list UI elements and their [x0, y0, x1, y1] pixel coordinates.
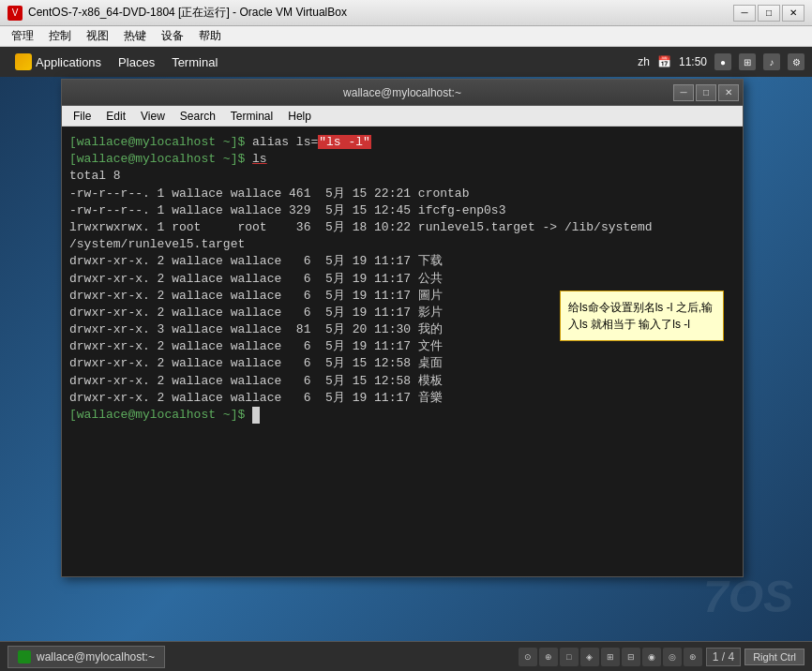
applications-icon [15, 53, 32, 70]
applications-menu[interactable]: Applications [8, 52, 109, 72]
window-controls: ─ □ ✕ [733, 5, 804, 22]
desktop: 7OS wallace@mylocalhost:~ ─ □ ✕ File Edi… [0, 77, 812, 641]
vbox-menu-hotkey[interactable]: 热键 [116, 26, 154, 46]
calendar-icon: 📅 [657, 55, 671, 68]
language-indicator[interactable]: zh [638, 55, 650, 68]
applications-label: Applications [36, 55, 101, 69]
term-line-6: lrwxrwxrwx. 1 root root 36 5月 18 10:22 r… [69, 219, 735, 236]
terminal-window: wallace@mylocalhost:~ ─ □ ✕ File Edit Vi… [61, 79, 744, 577]
vbox-menu-view[interactable]: 视图 [79, 26, 116, 46]
network-icon: ⊞ [739, 53, 756, 70]
term-line-1: [wallace@mylocalhost ~]$ alias ls="ls -l… [69, 134, 735, 151]
terminal-menu-edit[interactable]: Edit [98, 108, 133, 125]
taskbar-terminal-item[interactable]: wallace@mylocalhost:~ [8, 646, 165, 668]
term-line-8: drwxr-xr-x. 2 wallace wallace 6 5月 19 11… [69, 253, 735, 270]
terminal-menu: File Edit View Search Terminal Help [62, 106, 743, 127]
vbox-menu-control[interactable]: 控制 [41, 26, 79, 46]
term-line-2: [wallace@mylocalhost ~]$ ls [69, 151, 735, 168]
vbox-titlebar: V CentOS-7-x86_64-DVD-1804 [正在运行] - Orac… [0, 0, 812, 26]
annotation-text: 给ls命令设置别名ls -l 之后,输入ls 就相当于 输入了ls -l [568, 301, 713, 331]
taskbar-terminal-icon [18, 650, 31, 664]
terminal-label: Terminal [172, 55, 218, 69]
term-line-16: drwxr-xr-x. 2 wallace wallace 6 5月 19 11… [69, 390, 735, 407]
terminal-content[interactable]: [wallace@mylocalhost ~]$ alias ls="ls -l… [62, 127, 743, 576]
taskbar-terminal-label: wallace@mylocalhost:~ [37, 650, 155, 664]
terminal-controls: ─ □ ✕ [673, 84, 739, 101]
vbox-icon: V [8, 6, 23, 21]
vbox-menubar: 管理 控制 视图 热键 设备 帮助 [0, 26, 812, 47]
systray-icon-2: ⊕ [539, 648, 558, 666]
systray-icon-1: ⊙ [519, 648, 537, 666]
systray-icon-3: □ [560, 648, 579, 666]
systray-icon-5: ⊞ [601, 648, 620, 666]
taskbar: wallace@mylocalhost:~ ⊙ ⊕ □ ◈ ⊞ ⊟ ◉ ◎ ⊛ … [0, 641, 812, 671]
annotation-bubble: 给ls命令设置别名ls -l 之后,输入ls 就相当于 输入了ls -l [560, 291, 724, 341]
terminal-minimize[interactable]: ─ [673, 84, 694, 101]
terminal-menu-search[interactable]: Search [173, 108, 223, 125]
volume-icon: ♪ [763, 53, 780, 70]
term-line-15: drwxr-xr-x. 2 wallace wallace 6 5月 15 12… [69, 373, 735, 390]
terminal-close[interactable]: ✕ [718, 84, 739, 101]
systray-icon-9: ⊛ [684, 648, 702, 666]
term-line-9: drwxr-xr-x. 2 wallace wallace 6 5月 19 11… [69, 271, 735, 288]
terminal-menu-file[interactable]: File [66, 108, 98, 125]
taskbar-right: ⊙ ⊕ □ ◈ ⊞ ⊟ ◉ ◎ ⊛ 1 / 4 Right Ctrl [519, 648, 804, 666]
systray-icon-8: ◎ [663, 648, 682, 666]
places-menu[interactable]: Places [111, 53, 162, 71]
gnome-panel: Applications Places Terminal zh 📅 11:50 … [0, 47, 812, 77]
places-label: Places [118, 55, 155, 69]
terminal-restore[interactable]: □ [696, 84, 716, 101]
term-line-5: -rw-r--r--. 1 wallace wallace 329 5月 15 … [69, 202, 735, 219]
close-button[interactable]: ✕ [782, 5, 804, 22]
record-icon: ● [714, 53, 731, 70]
systray-icon-6: ⊟ [622, 648, 640, 666]
terminal-titlebar: wallace@mylocalhost:~ ─ □ ✕ [62, 80, 743, 106]
vbox-menu-devices[interactable]: 设备 [154, 26, 191, 46]
term-line-3: total 8 [69, 168, 735, 185]
systray-icon-4: ◈ [580, 648, 599, 666]
terminal-menu-view[interactable]: View [133, 108, 173, 125]
vbox-title: CentOS-7-x86_64-DVD-1804 [正在运行] - Oracle… [28, 5, 733, 21]
panel-left: Applications Places Terminal [8, 52, 225, 72]
term-line-7: /system/runlevel5.target [69, 236, 735, 253]
terminal-menu[interactable]: Terminal [164, 53, 225, 71]
centos-watermark: 7OS [703, 571, 793, 622]
panel-right: zh 📅 11:50 ● ⊞ ♪ ⚙ [638, 53, 804, 70]
term-line-17: [wallace@mylocalhost ~]$ [69, 407, 735, 424]
vbox-menu-help[interactable]: 帮助 [191, 26, 229, 46]
terminal-menu-help[interactable]: Help [280, 108, 319, 125]
right-ctrl-button[interactable]: Right Ctrl [744, 649, 804, 665]
terminal-title: wallace@mylocalhost:~ [343, 86, 461, 99]
minimize-button[interactable]: ─ [733, 5, 756, 22]
restore-button[interactable]: □ [758, 5, 780, 22]
systray-icon-7: ◉ [642, 648, 661, 666]
term-line-14: drwxr-xr-x. 2 wallace wallace 6 5月 15 12… [69, 355, 735, 372]
clock: 11:50 [679, 55, 707, 68]
page-indicator: 1 / 4 [706, 648, 741, 666]
settings-icon: ⚙ [788, 53, 804, 70]
vbox-menu-manage[interactable]: 管理 [4, 26, 41, 46]
terminal-menu-terminal[interactable]: Terminal [223, 108, 280, 125]
systray-icons: ⊙ ⊕ □ ◈ ⊞ ⊟ ◉ ◎ ⊛ [519, 648, 702, 666]
term-line-4: -rw-r--r--. 1 wallace wallace 461 5月 15 … [69, 186, 735, 202]
